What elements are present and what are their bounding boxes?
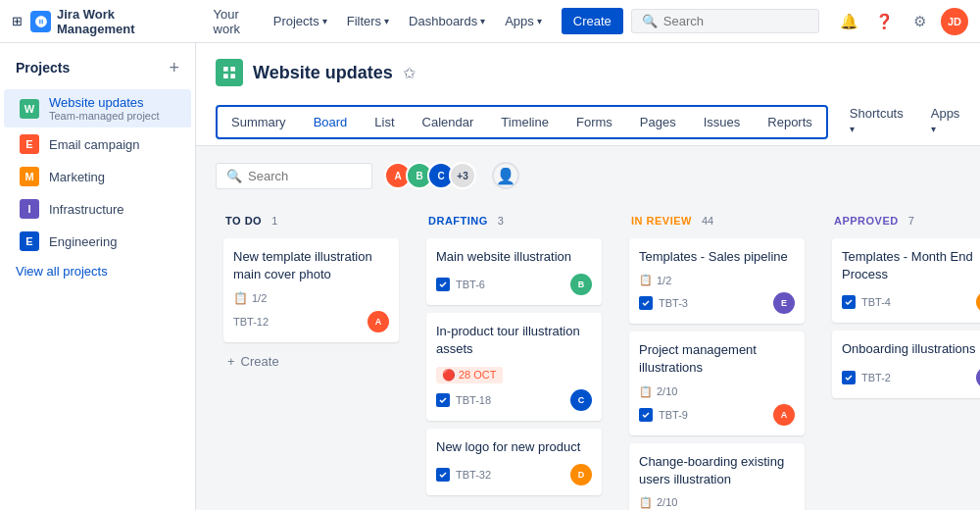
card-tbt-2[interactable]: Onboarding illustrations TBT-2 E xyxy=(832,331,980,397)
card-checkbox-tbt-9-pm xyxy=(639,408,653,422)
svg-rect-0 xyxy=(223,67,228,72)
star-icon[interactable]: ✩ xyxy=(403,64,416,82)
card-tbt-6[interactable]: Main website illustration TBT-6 B xyxy=(426,238,602,305)
card-tbt-9-change[interactable]: Change-boarding existing users illustrat… xyxy=(629,443,805,510)
card-title-tbt-18: In-product tour illustration assets xyxy=(436,323,592,358)
card-id-tbt-2: TBT-2 xyxy=(861,372,891,383)
card-checkbox-tbt-6 xyxy=(436,278,450,291)
progress-icon: 📋 xyxy=(639,496,653,509)
card-id-tbt-12: TBT-12 xyxy=(233,316,269,328)
help-icon[interactable]: ❓ xyxy=(870,8,898,35)
progress-icon: 📋 xyxy=(639,385,653,398)
sidebar-item-icon-website-updates: W xyxy=(20,99,39,119)
sidebar-item-label-marketing: Marketing xyxy=(49,170,105,184)
column-title-in-review: IN REVIEW xyxy=(631,215,692,227)
column-todo: TO DO 1 New template illustration main c… xyxy=(216,205,407,479)
card-avatar-tbt-12: A xyxy=(368,311,389,332)
tab-list[interactable]: List xyxy=(361,107,408,137)
card-title-tbt-9-pm: Project management illustrations xyxy=(639,341,795,377)
tab-issues[interactable]: Issues xyxy=(690,107,755,137)
tab-timeline[interactable]: Timeline xyxy=(487,107,563,137)
right-icons: 🔔 ❓ ⚙ JD xyxy=(835,8,968,35)
nav-your-work[interactable]: Your work xyxy=(206,3,262,40)
date-badge-tbt-18: 🔴 28 OCT xyxy=(436,367,503,383)
card-id-tbt-9-pm: TBT-9 xyxy=(659,409,688,421)
card-avatar-tbt-2: E xyxy=(976,367,980,388)
apps-tab[interactable]: Apps ▾ xyxy=(917,98,974,145)
board-search: 🔍 xyxy=(216,163,372,189)
card-checkbox-tbt-18 xyxy=(436,393,450,407)
card-id-tbt-4: TBT-4 xyxy=(861,296,891,308)
sidebar-item-website-updates[interactable]: W Website updates Team-managed project xyxy=(4,89,191,128)
nav-dashboards[interactable]: Dashboards▾ xyxy=(401,10,493,32)
column-count-todo: 1 xyxy=(271,215,277,227)
grid-icon[interactable]: ⊞ xyxy=(12,14,23,28)
sidebar-item-label-infrastructure: Infrastructure xyxy=(49,202,124,217)
sidebar-item-engineering[interactable]: E Engineering xyxy=(4,226,191,257)
avatar-count[interactable]: +3 xyxy=(449,162,476,189)
shortcuts-tab[interactable]: Shortcuts ▾ xyxy=(836,98,917,145)
search-input[interactable] xyxy=(663,14,808,28)
nav-items: Your work Projects▾ Filters▾ Dashboards▾… xyxy=(206,3,550,40)
nav-filters[interactable]: Filters▾ xyxy=(339,10,397,32)
project-settings-tab[interactable]: Project settings xyxy=(973,98,980,145)
card-tbt-32[interactable]: New logo for new product TBT-32 D xyxy=(426,429,602,495)
column-count-approved: 7 xyxy=(908,215,914,227)
card-checkbox-tbt-2 xyxy=(842,371,856,384)
project-title-row: Website updates ✩ xyxy=(216,59,960,86)
sidebar-header: Projects + xyxy=(0,59,195,88)
sidebar-item-icon-email-campaign: E xyxy=(20,134,39,154)
app-title: Jira Work Management xyxy=(57,7,190,36)
card-checkbox-tbt-4 xyxy=(842,295,856,309)
card-checkbox-tbt-32 xyxy=(436,468,450,482)
logo-icon xyxy=(30,11,51,32)
tab-pages[interactable]: Pages xyxy=(626,107,690,137)
create-button[interactable]: Create xyxy=(562,8,623,34)
card-tbt-3-sales[interactable]: Templates - Sales pipeline 📋 1/2 TBT-3 E xyxy=(629,238,805,324)
card-progress-tbt-12: 📋 1/2 xyxy=(233,291,389,305)
settings-icon[interactable]: ⚙ xyxy=(906,8,933,35)
column-title-approved: APPROVED xyxy=(834,215,899,227)
tab-forms[interactable]: Forms xyxy=(563,107,626,137)
column-title-todo: TO DO xyxy=(225,215,262,227)
card-tbt-9-pm[interactable]: Project management illustrations 📋 2/10 … xyxy=(629,332,805,434)
project-icon xyxy=(216,59,243,86)
search-box: 🔍 xyxy=(631,9,819,33)
card-title-tbt-2: Onboarding illustrations xyxy=(842,340,980,358)
card-tbt-12[interactable]: New template illustration main cover pho… xyxy=(223,238,399,342)
tab-summary[interactable]: Summary xyxy=(218,107,300,137)
progress-icon: 📋 xyxy=(639,274,653,286)
sidebar-item-icon-engineering: E xyxy=(20,231,39,251)
board-search-icon: 🔍 xyxy=(226,169,242,183)
add-project-button[interactable]: + xyxy=(169,59,179,76)
svg-rect-3 xyxy=(223,74,228,78)
board-toolbar: 🔍 A B C +3 👤 xyxy=(216,162,960,189)
progress-icon: 📋 xyxy=(233,291,248,305)
tab-group: Summary Board List Calendar Timeline For… xyxy=(216,105,828,139)
project-tabs: Summary Board List Calendar Timeline For… xyxy=(216,98,960,145)
sidebar-item-email-campaign[interactable]: E Email campaign xyxy=(4,128,191,160)
tab-board[interactable]: Board xyxy=(300,107,362,137)
svg-rect-1 xyxy=(230,67,235,72)
sidebar-item-label-website-updates: Website updates xyxy=(49,95,160,110)
sidebar-item-infrastructure[interactable]: I Infrastructure xyxy=(4,193,191,225)
search-icon: 🔍 xyxy=(642,14,658,28)
add-user-button[interactable]: 👤 xyxy=(492,162,519,189)
sidebar-item-label-email-campaign: Email campaign xyxy=(49,137,140,152)
notifications-icon[interactable]: 🔔 xyxy=(835,8,862,35)
user-avatar[interactable]: JD xyxy=(941,8,968,35)
tab-calendar[interactable]: Calendar xyxy=(409,107,488,137)
board-columns: TO DO 1 New template illustration main c… xyxy=(216,205,980,479)
view-all-projects[interactable]: View all projects xyxy=(0,258,195,284)
sidebar-item-marketing[interactable]: M Marketing xyxy=(4,161,191,192)
card-avatar-tbt-9-pm: A xyxy=(773,404,795,426)
card-tbt-4[interactable]: Templates - Month End Process TBT-4 D xyxy=(832,238,980,323)
card-title-tbt-3-sales: Templates - Sales pipeline xyxy=(639,248,795,266)
card-tbt-18[interactable]: In-product tour illustration assets 🔴 28… xyxy=(426,313,602,420)
sidebar-item-icon-marketing: M xyxy=(20,167,39,186)
tab-reports[interactable]: Reports xyxy=(754,107,826,137)
board-search-input[interactable] xyxy=(248,169,362,183)
nav-apps[interactable]: Apps▾ xyxy=(497,10,550,32)
create-card-todo[interactable]: + Create xyxy=(223,350,399,373)
nav-projects[interactable]: Projects▾ xyxy=(266,10,335,32)
